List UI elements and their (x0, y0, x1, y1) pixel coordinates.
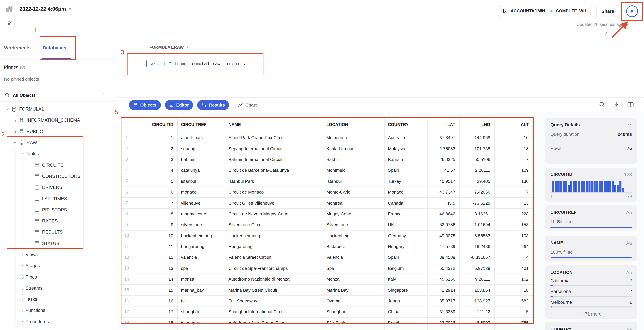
cell-alt[interactable]: 18 (494, 285, 533, 295)
cell-location[interactable]: Budapest (323, 241, 384, 252)
cell-lat[interactable]: 45.6156 (428, 274, 460, 285)
location-more-link[interactable]: + 71 more (550, 312, 632, 317)
circuitid-stats-card[interactable]: CIRCUITID 123 1 79 (545, 168, 637, 202)
cell-lng[interactable]: -0.331667 (460, 252, 494, 263)
cell-location[interactable]: Spa (323, 263, 384, 274)
cell-lat[interactable]: 46.8642 (428, 208, 460, 219)
cell-lng[interactable]: -46.6997 (460, 318, 494, 328)
cell-alt[interactable]: 401 (494, 263, 533, 274)
cell-name[interactable]: Valencia Street Circuit (225, 252, 323, 263)
cell-country[interactable]: Spain (384, 252, 428, 263)
tab-editor[interactable]: Editor (165, 100, 193, 110)
tree-caret-icon[interactable] (13, 129, 18, 134)
run-query-button[interactable] (624, 4, 639, 18)
cell-lng[interactable]: 29.405 (460, 176, 494, 186)
tree-item[interactable]: RAW (0, 137, 118, 148)
cell-name[interactable]: Circuit Gilles Villeneuve (225, 198, 323, 208)
location-stats-card[interactable]: LOCATION Aa California 2 Barcelona 2 (545, 265, 637, 319)
sql-editor-line[interactable]: 1 select * from formula1.raw.circuits (134, 60, 245, 67)
circuitref-stats-card[interactable]: CIRCUITREF Aa 100% filled (545, 205, 637, 231)
cell-alt[interactable]: 7 (494, 154, 533, 165)
tree-caret-icon[interactable] (20, 274, 26, 279)
cell-lat[interactable]: 47.5789 (428, 241, 460, 252)
worksheet-context-selector[interactable]: FORMULA1.RAW (150, 45, 189, 50)
tab-chart[interactable]: Chart (238, 103, 257, 108)
cell-country[interactable]: Japan (384, 296, 428, 306)
cell-circuitref[interactable]: monaco (178, 187, 225, 197)
cell-lng[interactable]: 103.864 (460, 285, 494, 295)
tree-caret-icon[interactable] (20, 263, 26, 268)
cell-lng[interactable]: 138.927 (460, 296, 494, 306)
updated-status-menu[interactable]: Updated 20 seconds ago (577, 22, 628, 27)
cell-country[interactable]: UK (384, 219, 428, 230)
tree-item[interactable]: Views (0, 249, 118, 260)
cell-circuitid[interactable]: 12 (133, 252, 178, 263)
object-search-row[interactable]: All Objects ••• (0, 89, 118, 102)
cell-lat[interactable]: -23.7036 (428, 318, 460, 328)
cell-lng[interactable]: -1.01694 (460, 219, 494, 230)
table-row[interactable]: 10 10 hockenheimring Hockenheimring Hock… (120, 230, 533, 241)
cell-circuitid[interactable]: 19 (133, 328, 178, 330)
cell-circuitid[interactable]: 15 (133, 285, 178, 295)
cell-alt[interactable]: 13 (494, 198, 533, 208)
cell-lat[interactable]: 35.3717 (428, 296, 460, 306)
cell-circuitid[interactable]: 8 (133, 208, 178, 219)
cell-circuitref[interactable]: bahrain (178, 154, 225, 165)
cell-circuitref[interactable]: monza (178, 274, 225, 285)
table-row[interactable]: 18 18 interlagos Autódromo José Carlos P… (120, 318, 533, 328)
table-row[interactable]: 6 6 monaco Circuit de Monaco Monte-Carlo… (120, 187, 533, 198)
cell-circuitref[interactable]: marina_bay (178, 285, 225, 295)
table-row[interactable]: 14 14 monza Autodromo Nazionale di Monza… (120, 274, 533, 285)
cell-circuitref[interactable]: istanbul (178, 176, 225, 186)
cell-location[interactable]: São Paulo (323, 318, 384, 328)
cell-name[interactable]: Indianapolis Motor Speedway (225, 328, 323, 330)
cell-lng[interactable]: 50.5106 (460, 154, 494, 165)
cell-lat[interactable]: 39.795 (428, 328, 460, 330)
cell-lat[interactable]: 41.57 (428, 165, 460, 175)
table-row[interactable]: 2 2 sepang Sepang International Circuit … (120, 143, 533, 154)
cell-name[interactable]: Fuji Speedway (225, 296, 323, 306)
cell-country[interactable]: Bahrain (384, 154, 428, 165)
col-header-circuitref[interactable]: CIRCUITREF (178, 117, 225, 132)
tree-caret-icon[interactable] (20, 286, 26, 291)
role-warehouse-selector[interactable]: ACCOUNTADMIN COMPUTE_WH (498, 5, 591, 17)
cell-circuitid[interactable]: 13 (133, 263, 178, 274)
cell-location[interactable]: Marina Bay (323, 285, 384, 295)
cell-lat[interactable]: 43.7347 (428, 187, 460, 197)
home-button[interactable] (6, 5, 14, 13)
cell-lat[interactable]: 2.76083 (428, 143, 460, 154)
cell-lat[interactable]: 49.3278 (428, 230, 460, 241)
filters-button[interactable] (5, 18, 15, 28)
cell-alt[interactable]: 18 (494, 143, 533, 154)
cell-lat[interactable]: -37.8497 (428, 132, 460, 143)
table-row[interactable]: 15 15 marina_bay Marina Bay Street Circu… (120, 285, 533, 296)
cell-name[interactable]: Shanghai International Circuit (225, 307, 323, 317)
cell-country[interactable]: Turkey (384, 176, 428, 186)
cell-country[interactable]: China (384, 307, 428, 317)
cell-alt[interactable]: 103 (494, 230, 533, 241)
cell-location[interactable]: Sakhir (323, 154, 384, 165)
cell-country[interactable]: Australia (384, 132, 428, 143)
cell-country[interactable]: Spain (384, 165, 428, 175)
tree-item[interactable]: RACES (0, 215, 118, 227)
cell-lat[interactable]: 50.4372 (428, 263, 460, 274)
cell-alt[interactable]: 583 (494, 296, 533, 306)
tree-item[interactable]: PUBLIC (0, 126, 118, 137)
tree-caret-icon[interactable] (20, 297, 26, 302)
cell-name[interactable]: Circuit de Nevers Magny-Cours (225, 208, 323, 219)
cell-country[interactable]: Malaysia (384, 143, 428, 154)
table-row[interactable]: 16 16 fuji Fuji Speedway Oyama Japan 35.… (120, 296, 533, 307)
tab-results[interactable]: Results (197, 100, 229, 110)
cell-lat[interactable]: 31.3389 (428, 307, 460, 317)
tree-item[interactable]: FORMULA1 (0, 104, 118, 115)
cell-country[interactable]: Germany (384, 230, 428, 241)
col-header-alt[interactable]: ALT (494, 117, 533, 132)
table-row[interactable]: 3 3 bahrain Bahrain International Circui… (120, 154, 533, 165)
table-row[interactable]: 11 11 hungaroring Hungaroring Budapest H… (120, 241, 533, 252)
col-header-location[interactable]: LOCATION (323, 117, 384, 132)
tree-item[interactable]: SNOWFLAKE (0, 327, 118, 330)
search-results-icon[interactable] (599, 102, 605, 108)
location-value-item[interactable]: Barcelona 2 (550, 289, 632, 297)
tab-worksheets[interactable]: Worksheets (4, 45, 30, 50)
table-row[interactable]: 4 4 catalunya Circuit de Barcelona-Catal… (120, 165, 533, 176)
